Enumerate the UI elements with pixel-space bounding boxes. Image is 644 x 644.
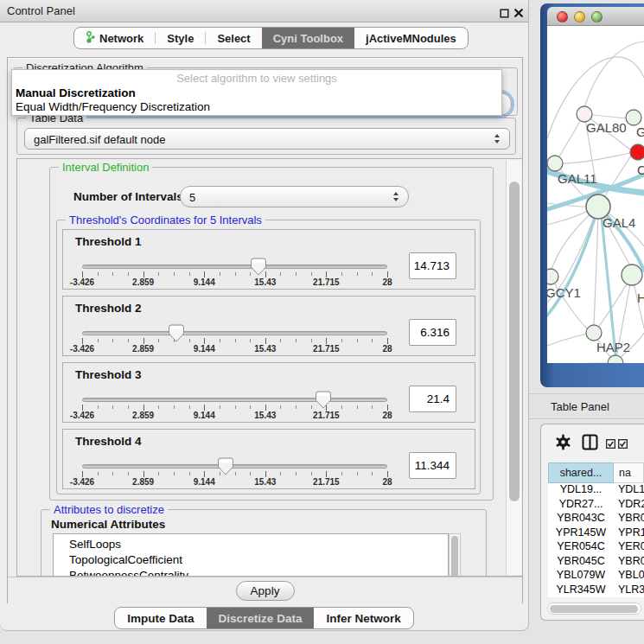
apply-strip: Apply <box>8 577 522 603</box>
network-node-label: GAL11 <box>558 171 597 186</box>
top-tab-bar: NetworkStyleSelectCyni ToolboxjActiveMNo… <box>73 27 469 49</box>
network-node[interactable] <box>622 265 642 285</box>
threshold-value-field[interactable]: 11.344 <box>409 452 456 479</box>
tab-jactivemnodules[interactable]: jActiveMNodules <box>354 28 468 48</box>
control-panel-titlebar: Control Panel <box>0 0 528 22</box>
close-traffic-light[interactable] <box>557 11 568 22</box>
network-node[interactable] <box>586 325 602 341</box>
tick-label: 28 <box>382 277 392 287</box>
tick-label: 15.43 <box>254 344 276 354</box>
algorithm-option[interactable]: Equal Width/Frequency Discretization <box>14 100 500 114</box>
network-node-label: GAL4 <box>603 215 635 230</box>
minimize-traffic-light[interactable] <box>574 11 585 22</box>
tick-mark <box>280 272 281 276</box>
float-icon[interactable] <box>500 6 509 22</box>
tick-label: 9.144 <box>194 277 215 287</box>
network-node[interactable] <box>626 110 641 125</box>
threshold-value-field[interactable]: 6.316 <box>409 319 456 346</box>
threshold-value-field[interactable]: 14.713 <box>409 252 456 279</box>
network-node[interactable] <box>547 156 563 171</box>
tick-mark <box>280 339 281 342</box>
tick-mark <box>296 339 296 342</box>
attributes-scrollbar-thumb[interactable] <box>451 536 458 577</box>
tab-impute-data[interactable]: Impute Data <box>115 608 206 628</box>
table-row[interactable]: YDR27...YDR2 <box>548 498 644 513</box>
number-of-intervals-spinner[interactable]: 5 <box>180 186 409 207</box>
tick-mark <box>250 405 251 409</box>
tick-label: -3.426 <box>70 411 94 420</box>
table-column-header[interactable]: shared... <box>548 462 614 483</box>
algorithm-dropdown-popup: Select algorithm to view settings Manual… <box>11 69 502 116</box>
node-table: shared...na YDL19...YDL1YDR27...YDR2YBR0… <box>548 462 644 597</box>
attribute-item[interactable]: TopologicalCoefficient <box>54 552 448 568</box>
table-cell: YDR2 <box>614 498 644 513</box>
gear-icon[interactable] <box>555 434 571 454</box>
tick-mark <box>311 472 312 475</box>
tab-cyni-toolbox[interactable]: Cyni Toolbox <box>262 28 354 48</box>
tab-select[interactable]: Select <box>206 28 261 48</box>
tick-mark <box>128 472 129 475</box>
table-cell: YDL1 <box>614 483 644 498</box>
combobox-arrows-icon <box>494 134 501 144</box>
table-row[interactable]: YPR145WYPR1 <box>548 526 644 541</box>
table-row[interactable]: YDL19...YDL1 <box>548 483 644 498</box>
tick-mark <box>98 272 99 276</box>
columns-icon[interactable] <box>582 434 598 454</box>
table-data-combobox[interactable]: galFiltered.sif default node <box>24 128 510 150</box>
table-row[interactable]: YBL079WYBL0 <box>548 569 644 583</box>
tick-mark <box>311 339 312 342</box>
tick-mark <box>357 339 358 342</box>
numerical-attributes-list[interactable]: SelfLoopsTopologicalCoefficientBetweenne… <box>53 533 449 577</box>
table-horizontal-scrollbar[interactable] <box>547 603 641 615</box>
network-canvas[interactable]: GAL80GAGAL11CGAL4GCY1HHAP2 <box>547 26 644 363</box>
slider-thumb[interactable] <box>250 258 266 276</box>
tab-style[interactable]: Style <box>156 28 205 48</box>
attribute-item[interactable]: SelfLoops <box>54 537 448 552</box>
zoom-traffic-light[interactable] <box>591 11 603 22</box>
apply-button[interactable]: Apply <box>236 581 295 601</box>
slider-track <box>82 398 387 402</box>
tick-mark <box>387 271 388 277</box>
tick-mark <box>265 471 266 477</box>
tick-mark <box>189 405 190 409</box>
slider-thumb[interactable] <box>169 324 185 342</box>
tick-mark <box>204 471 205 477</box>
threshold-panel: Threshold 3-3.4262.8599.14415.4321.71528… <box>62 362 475 423</box>
table-data-group: Table Data galFiltered.sif default node <box>16 118 516 155</box>
table-scrollbar-thumb[interactable] <box>550 605 638 613</box>
table-column-header[interactable]: na <box>614 462 644 483</box>
settings-vertical-scrollbar[interactable] <box>506 160 521 575</box>
table-cell: YBL0 <box>614 569 644 583</box>
tab-infer-network[interactable]: Infer Network <box>314 608 412 628</box>
attribute-item[interactable]: BetweennessCentrality <box>54 568 448 577</box>
tab-network[interactable]: Network <box>74 28 155 48</box>
settings-scrollbar-thumb[interactable] <box>509 182 520 501</box>
tick-mark <box>204 338 205 344</box>
tick-mark <box>372 272 373 276</box>
tab-label: Cyni Toolbox <box>273 32 343 45</box>
table-row[interactable]: YER054CYER0 <box>548 540 644 555</box>
attributes-list-scrollbar[interactable] <box>449 533 461 577</box>
slider-thumb[interactable] <box>217 457 233 475</box>
cyni-toolbox-panel: Discretization Algorithm Select algorith… <box>7 57 523 603</box>
tick-mark <box>158 472 159 475</box>
threshold-value-field[interactable]: 21.4 <box>409 386 456 412</box>
table-row[interactable]: YBR043CYBR0 <box>548 512 644 526</box>
tick-mark <box>189 339 190 342</box>
network-node[interactable] <box>547 269 558 284</box>
slider-thumb[interactable] <box>315 391 331 409</box>
table-row[interactable]: YLR345WYLR3 <box>548 583 644 598</box>
spinner-arrows-icon <box>392 192 400 202</box>
tab-discretize-data[interactable]: Discretize Data <box>207 608 315 628</box>
table-row[interactable]: YBR045CYBR0 <box>548 555 644 570</box>
tick-mark <box>296 272 296 276</box>
tab-label: Style <box>167 32 194 45</box>
close-icon[interactable] <box>513 6 524 22</box>
tick-mark <box>158 405 159 409</box>
network-node[interactable] <box>630 144 644 160</box>
checkbox-icon[interactable] <box>606 437 615 452</box>
attributes-group: Attributes to discretize Numerical Attri… <box>41 509 487 577</box>
table-panel-window: shared...na YDL19...YDL1YDR27...YDR2YBR0… <box>540 424 644 621</box>
algorithm-option[interactable]: Manual Discretization <box>14 86 500 100</box>
checkbox-icon[interactable] <box>618 437 628 452</box>
